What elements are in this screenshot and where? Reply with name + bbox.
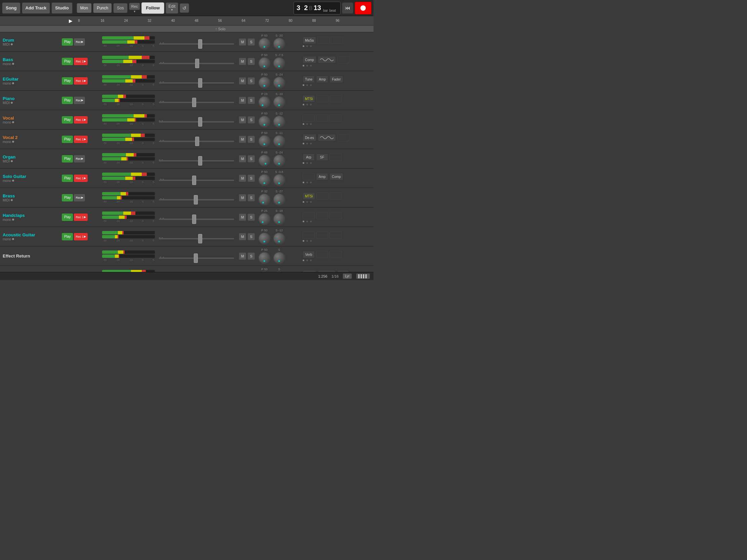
pan-knob[interactable] xyxy=(258,135,271,147)
track-fader[interactable]: -1.8 xyxy=(156,39,237,45)
solo-button[interactable]: S xyxy=(248,58,255,65)
solo-knob[interactable] xyxy=(273,115,285,128)
solo-knob[interactable] xyxy=(273,174,285,186)
pan-knob[interactable] xyxy=(258,96,271,108)
fader-track[interactable] xyxy=(159,141,234,142)
mute-button[interactable]: M xyxy=(239,116,246,124)
track-fader[interactable]: -5.4 xyxy=(156,254,237,259)
solo-knob[interactable] xyxy=(273,135,285,147)
play-track-button[interactable]: Play xyxy=(62,233,73,240)
pan-knob[interactable] xyxy=(258,271,271,272)
fx-button[interactable]: Verb xyxy=(303,251,315,258)
track-fader[interactable]: -7.2 xyxy=(156,176,237,181)
fx-button[interactable]: Amp xyxy=(316,173,328,180)
track-fader[interactable]: -1.2 xyxy=(156,78,237,84)
fx-empty-slot[interactable] xyxy=(330,95,342,102)
fader-handle[interactable] xyxy=(192,98,196,107)
fader-track[interactable] xyxy=(159,160,234,161)
studio-button[interactable]: Studio xyxy=(51,2,72,14)
rec-track-button[interactable]: Rec 1 ▶ xyxy=(74,77,88,85)
punch-button[interactable]: Punch xyxy=(93,3,112,13)
play-track-button[interactable]: Play xyxy=(62,116,73,124)
fader-track[interactable] xyxy=(159,238,234,239)
fader-handle[interactable] xyxy=(192,176,196,185)
fx-empty-slot[interactable] xyxy=(337,56,349,63)
mon-button[interactable]: Mon xyxy=(77,3,92,13)
fx-empty-slot[interactable] xyxy=(331,36,343,44)
rec-track-button[interactable]: Rec ▶ xyxy=(74,97,85,104)
fx-button[interactable]: MTSi xyxy=(303,192,315,200)
mute-button[interactable]: M xyxy=(239,58,246,65)
fx-button[interactable]: Tune xyxy=(303,76,315,83)
track-fader[interactable]: 0.0 xyxy=(156,234,237,239)
refresh-button[interactable]: ↺ xyxy=(180,3,189,13)
fx-button[interactable]: Amp xyxy=(316,76,328,83)
rec-track-button[interactable]: Rec 1 ▶ xyxy=(74,58,88,65)
solo-knob[interactable] xyxy=(273,271,285,272)
pan-knob[interactable] xyxy=(258,193,271,206)
play-track-button[interactable]: Play xyxy=(62,194,73,202)
edit-button[interactable]: Edit ▼ xyxy=(165,2,179,14)
fx-waveform-button[interactable] xyxy=(318,134,336,141)
fx-empty-slot[interactable] xyxy=(316,251,328,258)
solo-knob[interactable] xyxy=(273,77,285,89)
fader-track[interactable] xyxy=(159,199,234,201)
solo-knob[interactable] xyxy=(273,37,285,50)
skip-to-start-button[interactable]: ⏮ xyxy=(342,2,353,14)
track-fader[interactable]: -1.8 xyxy=(156,137,237,142)
track-fader[interactable]: -6.8 xyxy=(156,98,237,103)
mute-button[interactable]: M xyxy=(239,252,246,260)
fx-empty-slot[interactable] xyxy=(316,192,329,200)
fx-waveform-button[interactable] xyxy=(318,270,336,272)
fader-track[interactable] xyxy=(159,258,234,259)
play-track-button[interactable]: Play xyxy=(62,214,73,221)
fader-handle[interactable] xyxy=(194,254,198,263)
mute-button[interactable]: M xyxy=(239,136,246,143)
track-fader[interactable]: 0.0 xyxy=(156,156,237,161)
fx-button[interactable]: MaSa xyxy=(303,36,316,44)
fx-empty-slot[interactable] xyxy=(337,134,349,141)
fx-button[interactable]: Comp xyxy=(330,173,343,180)
solo-button[interactable]: S xyxy=(248,194,255,202)
rec-track-button[interactable]: Rec 1 ▶ xyxy=(74,136,88,143)
fx-empty-slot[interactable] xyxy=(330,154,342,161)
mute-button[interactable]: M xyxy=(239,97,246,104)
fader-track[interactable] xyxy=(159,102,234,103)
fx-empty-slot[interactable] xyxy=(303,231,315,239)
fader-handle[interactable] xyxy=(194,195,198,205)
track-fader[interactable]: -6.8 xyxy=(156,215,237,220)
solo-button[interactable]: S xyxy=(248,214,255,221)
fx-empty-slot[interactable] xyxy=(316,95,329,102)
play-track-button[interactable]: Play xyxy=(62,155,73,162)
solo-button[interactable]: S xyxy=(248,155,255,162)
fader-handle[interactable] xyxy=(198,156,202,165)
master-record-button[interactable] xyxy=(355,2,371,15)
play-track-button[interactable]: Play xyxy=(62,58,73,65)
add-track-button[interactable]: Add Track xyxy=(22,2,50,14)
fx-button[interactable]: SF xyxy=(316,154,328,161)
fx-empty-slot[interactable] xyxy=(330,192,342,200)
fader-track[interactable] xyxy=(159,82,234,84)
solo-knob[interactable] xyxy=(273,213,285,225)
fader-track[interactable] xyxy=(159,121,234,123)
sos-button[interactable]: Sos xyxy=(113,3,128,13)
solo-button[interactable]: S xyxy=(248,97,255,104)
fx-empty-slot[interactable] xyxy=(330,251,342,258)
fader-handle[interactable] xyxy=(195,59,199,68)
rec-track-button[interactable]: Rec ▶ xyxy=(74,194,85,202)
rec-track-button[interactable]: Rec ▶ xyxy=(74,155,85,162)
pan-knob[interactable] xyxy=(258,37,271,50)
fx-empty-slot[interactable] xyxy=(316,114,328,122)
mute-button[interactable]: M xyxy=(239,233,246,240)
rec-track-button[interactable]: Rec 1 ▶ xyxy=(74,175,88,182)
fader-handle[interactable] xyxy=(198,234,202,243)
fader-handle[interactable] xyxy=(198,117,202,127)
rec-button[interactable]: Rec xyxy=(129,3,140,10)
song-button[interactable]: Song xyxy=(2,2,21,14)
fx-empty-slot[interactable] xyxy=(330,231,342,239)
pan-knob[interactable] xyxy=(258,57,271,69)
fader-handle[interactable] xyxy=(198,78,202,88)
pan-knob[interactable] xyxy=(258,155,271,166)
fx-button[interactable]: Fader xyxy=(330,76,343,83)
play-track-button[interactable]: Play xyxy=(62,175,73,182)
